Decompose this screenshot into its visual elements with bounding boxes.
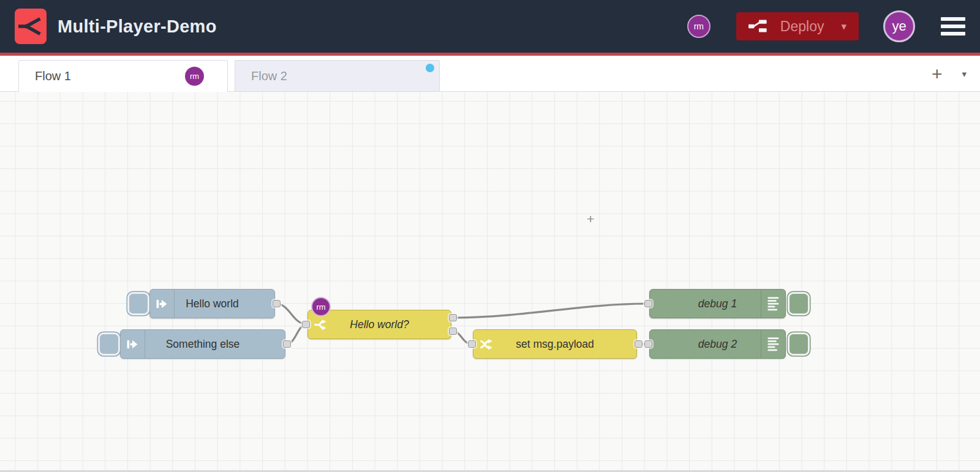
port-in-debug2[interactable] <box>644 340 652 348</box>
node-label: Hello world <box>175 298 274 310</box>
port-out-inject2[interactable] <box>283 340 291 348</box>
node-change-set-payload[interactable]: set msg.payload <box>473 329 637 359</box>
tab-actions: + ▾ <box>932 56 980 92</box>
tab-list-caret-icon[interactable]: ▾ <box>962 69 967 80</box>
inject-arrow-icon <box>121 330 145 358</box>
header-actions: rm Deploy ▾ ye <box>687 10 965 42</box>
wire-layer <box>0 92 980 472</box>
presence-badge[interactable]: rm <box>687 15 710 38</box>
port-out-inject1[interactable] <box>273 300 281 307</box>
tab-flow-2-label: Flow 2 <box>251 69 287 83</box>
tab-flow-2[interactable]: Flow 2 <box>235 60 440 92</box>
inject-trigger-button[interactable] <box>127 292 149 315</box>
node-label: Something else <box>145 338 285 351</box>
editing-user-badge: rm <box>311 297 331 317</box>
crosshair-cursor: + <box>587 212 594 225</box>
node-debug-1[interactable]: debug 1 <box>649 289 786 318</box>
port-in-debug1[interactable] <box>644 300 652 307</box>
page-title: Multi-Player-Demo <box>58 17 217 37</box>
flow-tab-bar: Flow 1 rm Flow 2 + ▾ <box>0 56 980 92</box>
inject-arrow-icon <box>150 290 175 318</box>
port-in-change[interactable] <box>468 340 476 348</box>
debug-toggle-button[interactable] <box>788 332 810 356</box>
change-shuffle-icon <box>473 330 498 358</box>
inject-trigger-button[interactable] <box>98 332 120 356</box>
node-debug-2[interactable]: debug 2 <box>649 329 786 359</box>
header-bar: Multi-Player-Demo rm Deploy ▾ ye <box>0 0 980 53</box>
add-flow-button[interactable]: + <box>932 65 943 83</box>
presence-badge-initials: rm <box>694 21 704 31</box>
tab-flow-1-label: Flow 1 <box>35 69 71 83</box>
deploy-icon <box>748 19 771 34</box>
tab-flow-1-presence-badge: rm <box>185 67 204 86</box>
node-label: debug 1 <box>650 298 761 310</box>
main-menu-button[interactable] <box>941 17 965 36</box>
node-label: set msg.payload <box>498 338 636 351</box>
node-inject-something-else[interactable]: Something else <box>120 329 285 359</box>
hamburger-icon <box>941 17 965 21</box>
flow-canvas[interactable]: Hello world Something else <box>0 92 980 472</box>
port-out-switch-2[interactable] <box>449 328 457 335</box>
node-switch-hello-world[interactable]: Hello world? <box>307 310 451 339</box>
debug-list-icon <box>761 290 785 318</box>
user-avatar-initials: ye <box>892 18 906 34</box>
debug-list-icon <box>761 330 785 358</box>
app-logo-icon[interactable] <box>15 9 47 44</box>
tab-flow-1[interactable]: Flow 1 rm <box>18 60 228 92</box>
node-label: Hello world? <box>333 318 451 331</box>
node-inject-hello-world[interactable]: Hello world <box>149 289 275 318</box>
wire-inject1-switch <box>276 304 305 324</box>
activity-dot <box>426 64 434 72</box>
port-out-switch-1[interactable] <box>449 314 457 321</box>
node-label: debug 2 <box>650 338 761 351</box>
user-avatar[interactable]: ye <box>883 10 915 42</box>
deploy-button[interactable]: Deploy ▾ <box>736 12 859 40</box>
deploy-label: Deploy <box>780 18 824 35</box>
port-in-switch[interactable] <box>302 321 310 328</box>
wire-switch-debug1 <box>453 304 648 318</box>
debug-toggle-button[interactable] <box>788 292 810 315</box>
port-out-change[interactable] <box>635 340 643 348</box>
deploy-caret-icon[interactable]: ▾ <box>841 20 846 33</box>
